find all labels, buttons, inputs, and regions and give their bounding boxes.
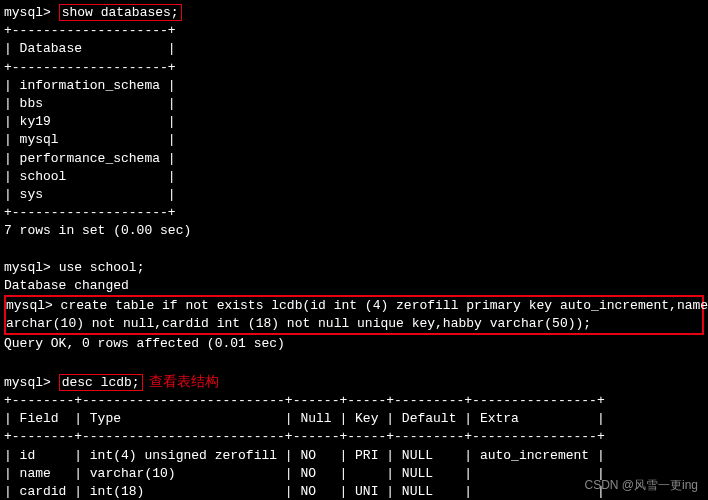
desc-table-border: +--------+--------------------------+---… [4,392,704,410]
create-line1: mysql> create table if not exists lcdb(i… [6,297,702,315]
create-line2: archar(10) not null,cardid int (18) not … [6,315,702,333]
use-result: Database changed [4,277,704,295]
db-table-row: | performance_schema | [4,150,704,168]
cmd-use-school: mysql> use school; [4,259,704,277]
db-table-row: | ky19 | [4,113,704,131]
db-table-header: | Database | [4,40,704,58]
cmd-desc-lcdb: mysql> desc lcdb;查看表结构 [4,372,704,392]
terminal[interactable]: mysql> show databases; +----------------… [4,4,704,500]
db-table-summary: 7 rows in set (0.00 sec) [4,222,704,240]
db-table-row: | bbs | [4,95,704,113]
watermark: CSDN @风雪一更ing [584,477,698,494]
prompt: mysql> [4,5,51,20]
cmd-show-databases: mysql> show databases; [4,4,704,22]
desc-table-row: | id | int(4) unsigned zerofill | NO | P… [4,447,704,465]
db-table-row: | sys | [4,186,704,204]
desc-table-border: +--------+--------------------------+---… [4,428,704,446]
highlight-create-table: mysql> create table if not exists lcdb(i… [4,295,704,335]
highlight-desc-lcdb: desc lcdb; [59,374,143,391]
db-table-border: +--------------------+ [4,22,704,40]
db-table-border: +--------------------+ [4,204,704,222]
annotation-desc: 查看表结构 [149,374,219,389]
desc-table-header: | Field | Type | Null | Key | Default | … [4,410,704,428]
db-table-row: | mysql | [4,131,704,149]
create-result: Query OK, 0 rows affected (0.01 sec) [4,335,704,353]
db-table-border: +--------------------+ [4,59,704,77]
highlight-show-databases: show databases; [59,4,182,21]
db-table-row: | information_schema | [4,77,704,95]
db-table-row: | school | [4,168,704,186]
